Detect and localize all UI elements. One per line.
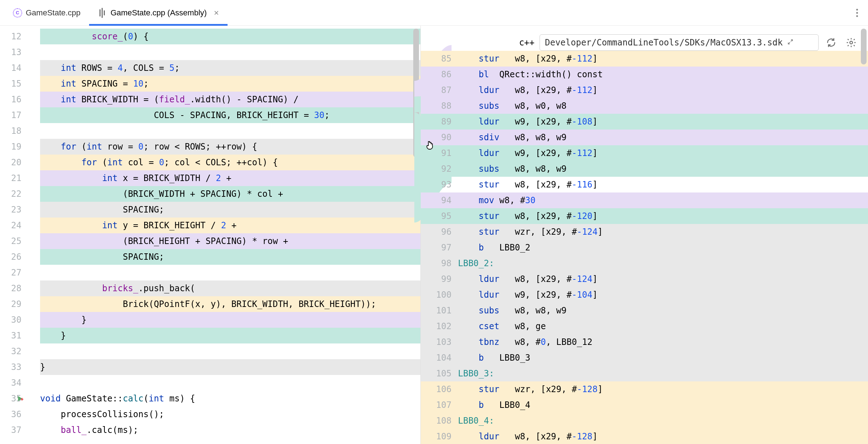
code-line[interactable]: 106 stur wzr, [x29, #-128] (421, 381, 868, 397)
tab-bar: C GameState.cpp GameState.cpp (Assembly)… (0, 0, 868, 26)
code-line[interactable]: 92 subs w8, w8, w9 (421, 161, 868, 177)
code-line[interactable]: 101 subs w8, w8, w9 (421, 303, 868, 318)
code-line[interactable]: 28 bricks_.push_back( (0, 280, 420, 296)
code-line[interactable]: 30 } (0, 312, 420, 328)
code-text: for (int col = 0; col < COLS; ++col) { (25, 157, 420, 167)
code-line[interactable]: 93 stur w8, [x29, #-116] (421, 177, 868, 192)
line-number: 33 (0, 362, 25, 372)
code-line[interactable]: 18 (0, 123, 420, 139)
code-line[interactable]: 95 stur w8, [x29, #-120] (421, 208, 868, 224)
code-line[interactable]: 88 subs w8, w0, w8 (421, 98, 868, 114)
code-text: (BRICK_WIDTH + SPACING) * col + (25, 189, 420, 199)
code-line[interactable]: 33} (0, 359, 420, 375)
code-line[interactable]: 22 (BRICK_WIDTH + SPACING) * col + (0, 186, 420, 202)
code-text: LBB0_2: (455, 258, 868, 268)
kebab-menu-icon[interactable] (856, 9, 858, 17)
line-number: 99 (421, 274, 455, 284)
code-line[interactable]: 24 int y = BRICK_HEIGHT / 2 + (0, 218, 420, 233)
code-line[interactable]: 12 score_(0) { (0, 29, 420, 44)
code-line[interactable]: 94 mov w8, #30 (421, 192, 868, 208)
code-line[interactable]: 36 processCollisions(); (0, 406, 420, 422)
code-text: stur wzr, [x29, #-124] (455, 227, 868, 237)
run-gutter-icon[interactable] (14, 393, 26, 404)
code-line[interactable]: 27 (0, 265, 420, 280)
code-line[interactable]: 105LBB0_3: (421, 366, 868, 381)
code-text: int x = BRICK_WIDTH / 2 + (25, 173, 420, 183)
code-line[interactable]: 31 } (0, 328, 420, 343)
line-number: 106 (421, 384, 455, 394)
code-line[interactable]: 16 int BRICK_WIDTH = (field_.width() - S… (0, 92, 420, 107)
code-line[interactable]: 85 stur w8, [x29, #-112] (421, 51, 868, 67)
code-line[interactable]: 14 int ROWS = 4, COLS = 5; (0, 60, 420, 76)
code-line[interactable]: 89 ldur w9, [x29, #-108] (421, 114, 868, 130)
code-text: subs w8, w8, w9 (455, 164, 868, 174)
tab-gamestate-assembly[interactable]: GameState.cpp (Assembly) × (89, 0, 228, 25)
code-line[interactable]: 102 cset w8, ge (421, 318, 868, 334)
code-line[interactable]: 35void GameState::calc(int ms) { (0, 391, 420, 406)
line-number: 21 (0, 173, 25, 183)
code-line[interactable]: 103 tbnz w8, #0, LBB0_12 (421, 334, 868, 350)
code-text: ldur w9, [x29, #-112] (455, 148, 868, 158)
code-line[interactable]: 34 (0, 375, 420, 391)
code-text: ldur w8, [x29, #-128] (455, 431, 868, 441)
cpp-icon: C (13, 8, 22, 18)
code-line[interactable]: 91 ldur w9, [x29, #-112] (421, 145, 868, 161)
line-number: 26 (0, 252, 25, 262)
code-text: stur w8, [x29, #-120] (455, 211, 868, 221)
scrollbar[interactable] (413, 29, 419, 157)
code-line[interactable]: 99 ldur w8, [x29, #-124] (421, 271, 868, 287)
code-line[interactable]: 20 for (int col = 0; col < COLS; ++col) … (0, 155, 420, 170)
code-line[interactable]: 90 sdiv w8, w8, w9 (421, 130, 868, 145)
line-number: 37 (0, 425, 25, 435)
line-number: 86 (421, 69, 455, 79)
code-line[interactable]: 104 b LBB0_3 (421, 350, 868, 366)
line-number: 29 (0, 299, 25, 309)
code-line[interactable]: 96 stur wzr, [x29, #-124] (421, 224, 868, 240)
line-number: 34 (0, 378, 25, 388)
code-text: int SPACING = 10; (25, 79, 420, 89)
line-number: 103 (421, 337, 455, 347)
code-line[interactable]: 25 (BRICK_HEIGHT + SPACING) * row + (0, 233, 420, 249)
line-number: 90 (421, 132, 455, 142)
code-line[interactable]: 37 ball_.calc(ms); (0, 422, 420, 438)
line-number: 18 (0, 126, 25, 136)
source-pane[interactable]: 12 score_(0) {1314 int ROWS = 4, COLS = … (0, 26, 421, 444)
code-line[interactable]: 97 b LBB0_2 (421, 240, 868, 255)
line-number: 91 (421, 148, 455, 158)
tab-gamestate-cpp[interactable]: C GameState.cpp (4, 0, 89, 25)
code-line[interactable]: 26 SPACING; (0, 249, 420, 265)
line-number: 25 (0, 236, 25, 246)
code-line[interactable]: 100 ldur w9, [x29, #-104] (421, 287, 868, 303)
code-line[interactable]: 108LBB0_4: (421, 413, 868, 429)
code-line[interactable]: 86 bl QRect::width() const (421, 67, 868, 82)
line-number: 23 (0, 205, 25, 215)
assembly-icon (98, 8, 107, 18)
code-line[interactable]: 15 int SPACING = 10; (0, 76, 420, 92)
code-line[interactable]: 19 for (int row = 0; row < ROWS; ++row) … (0, 139, 420, 155)
close-icon[interactable]: × (214, 8, 219, 18)
code-line[interactable]: 13 (0, 44, 420, 60)
code-line[interactable]: 21 int x = BRICK_WIDTH / 2 + (0, 170, 420, 186)
code-line[interactable]: 17 COLS - SPACING, BRICK_HEIGHT = 30; (0, 107, 420, 123)
code-text: int y = BRICK_HEIGHT / 2 + (25, 220, 420, 230)
line-number: 22 (0, 189, 25, 199)
code-text: score_(0) { (25, 31, 420, 42)
code-line[interactable]: 109 ldur w8, [x29, #-128] (421, 429, 868, 444)
code-line[interactable]: 98LBB0_2: (421, 255, 868, 271)
line-number: 13 (0, 47, 25, 57)
assembly-pane[interactable]: 85 stur w8, [x29, #-112]86 bl QRect::wid… (421, 26, 868, 444)
code-text: COLS - SPACING, BRICK_HEIGHT = 30; (25, 110, 420, 120)
code-line[interactable]: 23 SPACING; (0, 202, 420, 218)
code-text: SPACING; (25, 252, 420, 262)
line-number: 107 (421, 400, 455, 410)
line-number: 108 (421, 416, 455, 426)
code-line[interactable]: 87 ldur w8, [x29, #-112] (421, 82, 868, 98)
code-line[interactable]: 29 Brick(QPointF(x, y), BRICK_WIDTH, BRI… (0, 296, 420, 312)
code-line[interactable]: 32 (0, 343, 420, 359)
line-number: 24 (0, 220, 25, 230)
line-number: 20 (0, 157, 25, 167)
scrollbar[interactable] (861, 29, 867, 64)
code-line[interactable]: 107 b LBB0_4 (421, 397, 868, 413)
line-number: 92 (421, 164, 455, 174)
code-text: SPACING; (25, 205, 420, 215)
